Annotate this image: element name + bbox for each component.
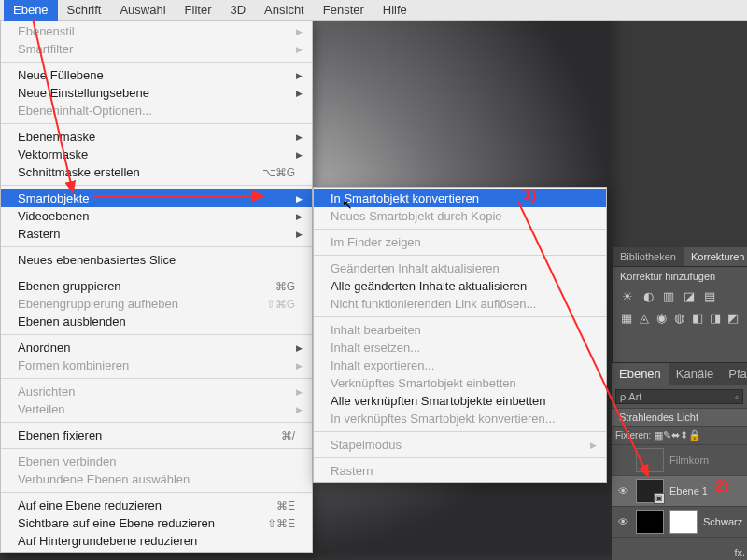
adjust-row-1[interactable]: ☀◐▥◪▤ [613, 286, 747, 307]
menu-schrift[interactable]: Schrift [58, 0, 111, 21]
menu-item[interactable]: Ebenen ausblenden [1, 313, 312, 330]
adjustment-icon[interactable]: ◨ [710, 311, 722, 325]
smartobject-badge: ▣ [654, 493, 665, 504]
adjustment-icon[interactable]: ▥ [661, 289, 676, 303]
menu-item[interactable]: Videoebenen [1, 207, 312, 225]
menu-item[interactable]: Neues ebenenbasiertes Slice [1, 251, 312, 269]
menu-item[interactable]: Auf Hintergrundebene reduzieren [1, 532, 312, 550]
adjustment-icon[interactable]: ◉ [655, 311, 668, 325]
menu-item[interactable]: Schnittmaske erstellen⌥⌘G [1, 163, 312, 181]
submenu-item: Neues Smartobjekt durch Kopie [314, 207, 606, 225]
menu-item[interactable]: Sichtbare auf eine Ebene reduzieren⇧⌘E [1, 514, 312, 532]
lock-icon[interactable]: 🔒 [688, 429, 701, 441]
submenu-item: Inhalt exportieren... [314, 357, 606, 374]
adjustment-icon[interactable]: ▤ [702, 289, 717, 303]
adjustment-icon[interactable]: ☀ [620, 289, 635, 303]
adjustment-icon[interactable]: ◬ [638, 311, 650, 325]
lock-icon[interactable]: ⬌ [671, 429, 680, 441]
annotation-1: 1) [523, 187, 536, 203]
menu-item: Verbundene Ebenen auswählen [1, 470, 312, 488]
menubar: EbeneSchriftAuswahlFilter3DAnsichtFenste… [0, 0, 747, 21]
menu-filter[interactable]: Filter [176, 0, 221, 21]
menu-item[interactable]: Anordnen [1, 339, 312, 357]
lock-label: Fixieren: [615, 430, 651, 441]
visibility-toggle[interactable]: 👁 [615, 516, 630, 527]
visibility-toggle[interactable]: 👁 [615, 485, 630, 497]
menu-ebene-dropdown: EbenenstilSmartfilterNeue FüllebeneNeue … [0, 21, 313, 553]
layer-mask-thumbnail [669, 510, 698, 534]
lock-controls[interactable]: Fixieren: ▦✎⬌⬍🔒 [612, 427, 747, 445]
layer-thumbnail [636, 448, 664, 472]
submenu-item: Inhalt bearbeiten [314, 321, 606, 339]
menu-item[interactable]: Ebenen gruppieren⌘G [1, 277, 312, 295]
layer-group[interactable]: Strahlendes Licht [612, 408, 747, 427]
layers-panel: Ebenen Kanäle Pfade ρ Art ◦ Strahlendes … [612, 362, 747, 560]
tab-bibliotheken[interactable]: Bibliotheken [613, 247, 684, 266]
menu-ansicht[interactable]: Ansicht [255, 0, 314, 21]
layer-row[interactable]: 👁 Schwarz [612, 507, 747, 538]
submenu-smartobjekte: In Smartobjekt konvertierenNeues Smartob… [313, 187, 607, 483]
menu-ebene[interactable]: Ebene [4, 0, 58, 21]
submenu-item[interactable]: Alle verknüpften Smartobjekte einbetten [314, 392, 606, 410]
annotation-2: 2) [715, 478, 728, 495]
menu-item: Ebenengruppierung aufheben⇧⌘G [1, 295, 312, 313]
tab-ebenen[interactable]: Ebenen [612, 363, 669, 385]
menu-item[interactable]: Auf eine Ebene reduzieren⌘E [1, 497, 312, 514]
layer-name: Ebene 1 [669, 485, 708, 497]
menu-item[interactable]: Ebenenmaske [1, 128, 312, 146]
menu-item: Ebenen verbinden [1, 453, 312, 470]
menu-item[interactable]: Rastern [1, 225, 312, 243]
submenu-item: Verknüpftes Smartobjekt einbetten [314, 374, 606, 392]
submenu-item: Geänderten Inhalt aktualisieren [314, 259, 606, 277]
menu-item: Ausrichten [1, 383, 312, 400]
submenu-item: In verknüpftes Smartobjekt konvertieren.… [314, 410, 606, 427]
menu-hilfe[interactable]: Hilfe [374, 0, 416, 21]
menu-item[interactable]: Smartobjekte [1, 189, 312, 207]
lock-icon[interactable]: ✎ [663, 429, 671, 441]
layer-name: Schwarz [703, 516, 742, 527]
adjustment-icon[interactable]: ◧ [692, 311, 704, 325]
submenu-item: Im Finder zeigen [314, 233, 606, 251]
adjustment-icon[interactable]: ◍ [673, 311, 685, 325]
adjustments-subtitle: Korrektur hinzufügen [613, 267, 747, 286]
submenu-item: Rastern [314, 462, 606, 480]
layer-filter[interactable]: ρ Art ◦ [615, 389, 743, 404]
menu-item[interactable]: Ebenen fixieren⌘/ [1, 427, 312, 444]
submenu-item[interactable]: Alle geänderten Inhalte aktualisieren [314, 277, 606, 295]
layer-row-hidden[interactable]: Filmkorn [612, 445, 747, 476]
tab-kanaele[interactable]: Kanäle [669, 363, 721, 385]
adjustment-icon[interactable]: ◩ [727, 311, 740, 325]
menu-3d[interactable]: 3D [220, 0, 255, 21]
submenu-item[interactable]: In Smartobjekt konvertieren [314, 189, 606, 207]
layer-thumbnail: ▣ [636, 479, 664, 503]
menu-fenster[interactable]: Fenster [314, 0, 374, 21]
lock-icon[interactable]: ▦ [654, 429, 663, 441]
layer-thumbnail [636, 510, 664, 534]
tab-pfade[interactable]: Pfade [721, 363, 747, 385]
layer-name: Filmkorn [669, 455, 709, 466]
menu-item[interactable]: Vektormaske [1, 146, 312, 163]
menu-item[interactable]: Neue Füllebene [1, 66, 312, 84]
layer-filter-label: Art [628, 391, 641, 402]
menu-item[interactable]: Neue Einstellungsebene [1, 84, 312, 102]
submenu-item: Inhalt ersetzen... [314, 339, 606, 357]
submenu-item: Nicht funktionierenden Link auflösen... [314, 295, 606, 313]
adjustment-icon[interactable]: ◐ [641, 289, 655, 303]
submenu-item: Stapelmodus [314, 436, 606, 454]
lock-icon[interactable]: ⬍ [680, 429, 688, 441]
menu-item: Ebeneninhalt-Optionen... [1, 102, 312, 119]
menu-auswahl[interactable]: Auswahl [110, 0, 175, 21]
tab-korrekturen[interactable]: Korrekturen [684, 247, 747, 266]
adjust-row-2[interactable]: ▦◬◉◍◧◨◩ [613, 307, 747, 329]
menu-item: Smartfilter [1, 40, 312, 58]
menu-item: Ebenenstil [1, 22, 312, 40]
mouse-cursor: ↖ [342, 197, 353, 212]
menu-item: Formen kombinieren [1, 357, 312, 374]
layer-fx-icon[interactable]: fx. [734, 547, 745, 558]
menu-item: Verteilen [1, 400, 312, 418]
adjustment-icon[interactable]: ▦ [620, 311, 632, 325]
adjustment-icon[interactable]: ◪ [682, 289, 697, 303]
